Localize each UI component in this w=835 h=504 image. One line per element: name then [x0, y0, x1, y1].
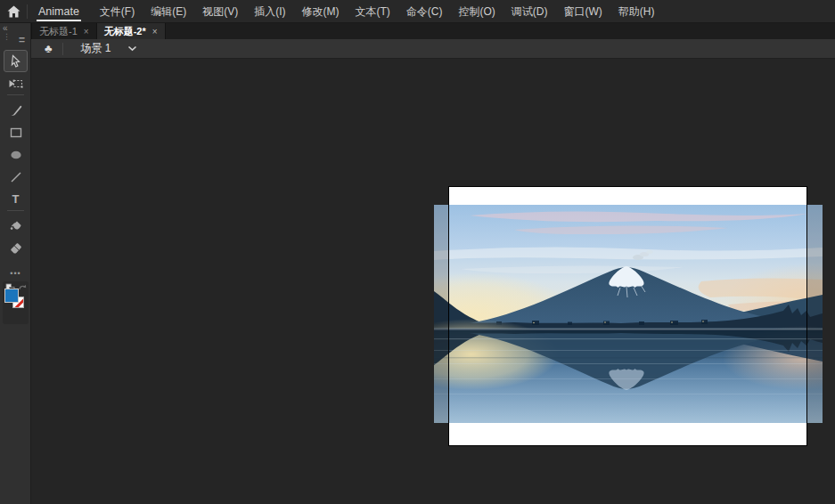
tab-label: 无标题-1 — [39, 25, 78, 38]
home-icon — [7, 5, 20, 18]
brush-icon — [9, 103, 23, 118]
more-tools-icon: ••• — [10, 269, 20, 278]
menu-edit[interactable]: 编辑(E) — [143, 0, 194, 23]
menu-modify[interactable]: 修改(M) — [294, 0, 348, 23]
menu-file[interactable]: 文件(F) — [92, 0, 143, 23]
close-icon[interactable]: × — [84, 27, 89, 37]
close-icon[interactable]: × — [152, 27, 158, 37]
menu-window[interactable]: 窗口(W) — [556, 0, 610, 23]
fill-color-chip[interactable] — [4, 289, 19, 303]
selection-arrow-icon — [9, 54, 23, 69]
text-tool[interactable]: T — [4, 188, 28, 210]
rectangle-icon — [9, 126, 23, 140]
panel-grip-icon: ⋮ — [3, 33, 11, 40]
scene-dropdown-button[interactable] — [127, 45, 137, 52]
editbar-divider — [62, 43, 63, 55]
text-tool-icon: T — [12, 192, 20, 206]
line-tool[interactable] — [4, 166, 28, 188]
rectangle-tool[interactable] — [4, 121, 28, 143]
app-title: Animate — [38, 5, 79, 18]
toolbar-separator — [7, 94, 24, 95]
menu-debug[interactable]: 调试(D) — [503, 0, 556, 23]
panel-menu-icon[interactable]: = — [19, 34, 25, 46]
paint-bucket-icon — [9, 219, 23, 233]
paint-bucket-tool[interactable] — [4, 215, 28, 237]
eraser-icon — [9, 241, 23, 256]
tab-untitled-2[interactable]: 无标题-2* × — [97, 23, 166, 39]
fuji-photo-illustration — [434, 205, 823, 423]
menubar-divider — [27, 4, 28, 19]
offstage-dim-left — [434, 205, 449, 423]
line-icon — [9, 170, 23, 184]
menu-items: 文件(F) 编辑(E) 视图(V) 插入(I) 修改(M) 文本(T) 命令(C… — [92, 0, 663, 23]
fuji-bitmap-image[interactable] — [434, 205, 823, 423]
offstage-dim-right — [807, 205, 823, 423]
scene-icon: ♣ — [45, 42, 53, 55]
menu-text[interactable]: 文本(T) — [348, 0, 398, 23]
selection-tool[interactable] — [4, 50, 28, 72]
free-transform-tool[interactable] — [4, 72, 28, 94]
tab-label: 无标题-2* — [104, 25, 146, 38]
oval-tool[interactable] — [4, 143, 28, 166]
document-tabbar: 无标题-1 × 无标题-2* × — [31, 23, 835, 39]
menubar: Animate 文件(F) 编辑(E) 视图(V) 插入(I) 修改(M) 文本… — [0, 0, 835, 23]
tools-panel: « ⋮ = T — [0, 23, 31, 504]
active-underline — [37, 20, 81, 21]
menu-view[interactable]: 视图(V) — [194, 0, 246, 23]
brush-tool[interactable] — [4, 99, 28, 121]
menu-control[interactable]: 控制(O) — [451, 0, 503, 23]
menu-command[interactable]: 命令(C) — [398, 0, 451, 23]
home-button[interactable] — [0, 0, 27, 23]
scene-label: 场景 1 — [81, 41, 111, 56]
tab-untitled-1[interactable]: 无标题-1 × — [32, 23, 97, 39]
workspace-animate[interactable]: Animate — [35, 0, 83, 23]
chevron-down-icon — [127, 45, 137, 52]
menu-help[interactable]: 帮助(H) — [610, 0, 663, 23]
toolbar-separator — [7, 210, 24, 211]
edit-bar: ♣ 场景 1 — [31, 39, 835, 59]
eraser-tool[interactable] — [4, 237, 28, 259]
color-controls — [3, 281, 29, 324]
menu-insert[interactable]: 插入(I) — [246, 0, 293, 23]
free-transform-icon — [8, 77, 23, 91]
oval-icon — [9, 148, 23, 162]
